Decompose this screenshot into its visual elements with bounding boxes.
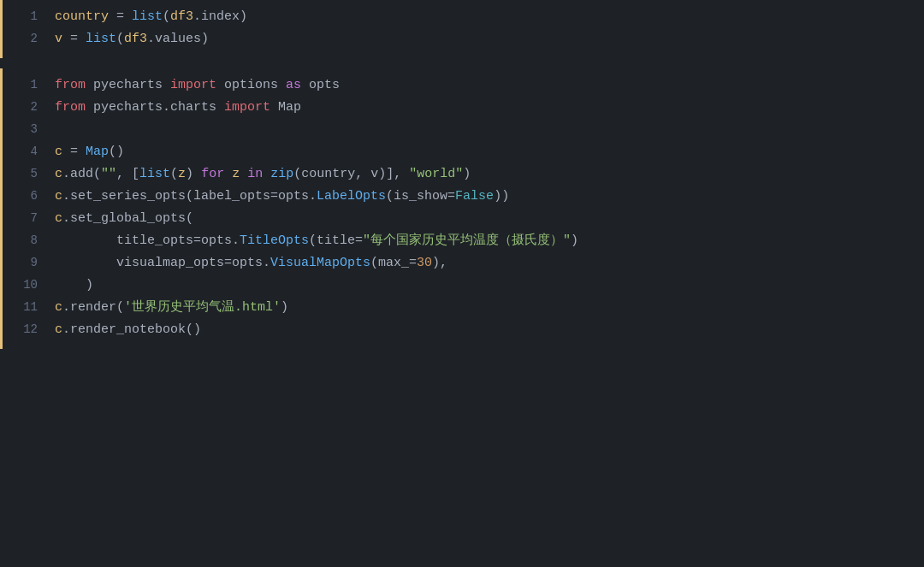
line-content-2-10: ): [55, 275, 924, 296]
line-num-1-1: 1: [14, 7, 38, 26]
line-content-2-8: title_opts=opts.TitleOpts(title="每个国家历史平…: [55, 231, 924, 251]
code-line-2-11: 11 c.render('世界历史平均气温.html'): [0, 298, 924, 320]
line-content-1-1: country = list(df3.index): [55, 7, 924, 27]
line-num-2-9: 9: [14, 253, 38, 272]
cell-separator: [0, 58, 924, 68]
line-num-2-12: 12: [14, 320, 38, 339]
line-num-2-6: 6: [14, 186, 38, 205]
code-line-2-5: 5 c.add("", [list(z) for z in zip(countr…: [0, 164, 924, 186]
line-num-2-1: 1: [14, 75, 38, 94]
line-content-2-4: c = Map(): [55, 142, 924, 162]
cell-block-1: 1 country = list(df3.index) 2 v = list(d…: [0, 0, 924, 58]
code-line-2-6: 6 c.set_series_opts(label_opts=opts.Labe…: [0, 186, 924, 209]
cell-block-2: 1 from pyecharts import options as opts …: [0, 68, 924, 349]
line-num-2-2: 2: [14, 97, 38, 116]
line-content-2-1: from pyecharts import options as opts: [55, 75, 924, 96]
code-line-1-1: 1 country = list(df3.index): [0, 7, 924, 29]
line-content-2-5: c.add("", [list(z) for z in zip(country,…: [55, 164, 924, 185]
line-content-2-11: c.render('世界历史平均气温.html'): [55, 298, 924, 318]
line-num-2-3: 3: [14, 120, 38, 139]
code-line-2-8: 8 title_opts=opts.TitleOpts(title="每个国家历…: [0, 231, 924, 253]
line-num-2-5: 5: [14, 164, 38, 183]
line-content-2-12: c.render_notebook(): [55, 320, 924, 340]
line-content-2-2: from pyecharts.charts import Map: [55, 97, 924, 118]
line-num-2-4: 4: [14, 142, 38, 161]
line-content-2-6: c.set_series_opts(label_opts=opts.LabelO…: [55, 186, 924, 207]
code-line-2-9: 9 visualmap_opts=opts.VisualMapOpts(max_…: [0, 253, 924, 275]
line-num-1-2: 2: [14, 29, 38, 48]
code-line-2-2: 2 from pyecharts.charts import Map: [0, 97, 924, 120]
line-content-2-9: visualmap_opts=opts.VisualMapOpts(max_=3…: [55, 253, 924, 274]
code-line-2-7: 7 c.set_global_opts(: [0, 209, 924, 231]
line-content-1-2: v = list(df3.values): [55, 29, 924, 50]
line-num-2-11: 11: [14, 298, 38, 316]
code-line-2-10: 10 ): [0, 275, 924, 298]
editor-container: 1 country = list(df3.index) 2 v = list(d…: [0, 0, 924, 567]
line-num-2-7: 7: [14, 209, 38, 227]
line-content-2-7: c.set_global_opts(: [55, 209, 924, 229]
code-line-2-12: 12 c.render_notebook(): [0, 320, 924, 342]
code-line-1-2: 2 v = list(df3.values): [0, 29, 924, 51]
line-num-2-8: 8: [14, 231, 38, 250]
code-line-2-1: 1 from pyecharts import options as opts: [0, 75, 924, 97]
code-line-2-3: 3: [0, 120, 924, 142]
line-num-2-10: 10: [14, 275, 38, 294]
code-line-2-4: 4 c = Map(): [0, 142, 924, 164]
